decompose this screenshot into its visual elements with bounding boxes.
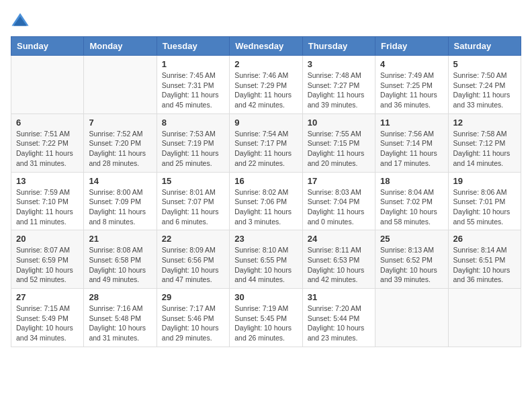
day-info: Sunrise: 8:00 AM Sunset: 7:09 PM Dayligh… (89, 187, 151, 227)
header-cell-monday: Monday (84, 37, 157, 56)
day-cell: 14Sunrise: 8:00 AM Sunset: 7:09 PM Dayli… (84, 172, 157, 230)
logo (11, 11, 32, 30)
day-cell: 28Sunrise: 7:16 AM Sunset: 5:48 PM Dayli… (84, 289, 157, 347)
day-info: Sunrise: 7:54 AM Sunset: 7:17 PM Dayligh… (234, 129, 297, 169)
day-number: 2 (234, 59, 297, 69)
day-cell: 17Sunrise: 8:03 AM Sunset: 7:04 PM Dayli… (302, 172, 375, 230)
day-number: 30 (234, 292, 297, 302)
day-number: 17 (308, 176, 370, 186)
day-info: Sunrise: 8:13 AM Sunset: 6:52 PM Dayligh… (380, 245, 443, 285)
day-info: Sunrise: 7:45 AM Sunset: 7:31 PM Dayligh… (162, 71, 224, 110)
day-cell: 12Sunrise: 7:58 AM Sunset: 7:12 PM Dayli… (448, 113, 521, 172)
day-cell: 27Sunrise: 7:15 AM Sunset: 5:49 PM Dayli… (11, 289, 84, 347)
day-cell: 26Sunrise: 8:14 AM Sunset: 6:51 PM Dayli… (448, 230, 521, 289)
day-info: Sunrise: 8:03 AM Sunset: 7:04 PM Dayligh… (308, 187, 370, 227)
day-info: Sunrise: 7:49 AM Sunset: 7:25 PM Dayligh… (380, 71, 443, 110)
day-info: Sunrise: 7:50 AM Sunset: 7:24 PM Dayligh… (453, 71, 516, 110)
day-cell: 22Sunrise: 8:09 AM Sunset: 6:56 PM Dayli… (157, 230, 229, 289)
day-number: 14 (89, 176, 151, 186)
day-cell: 24Sunrise: 8:11 AM Sunset: 6:53 PM Dayli… (302, 230, 375, 289)
day-number: 19 (453, 176, 516, 186)
header-cell-friday: Friday (375, 37, 448, 56)
week-row-4: 20Sunrise: 8:07 AM Sunset: 6:59 PM Dayli… (11, 230, 521, 289)
week-row-5: 27Sunrise: 7:15 AM Sunset: 5:49 PM Dayli… (11, 289, 521, 347)
day-cell: 11Sunrise: 7:56 AM Sunset: 7:14 PM Dayli… (375, 113, 448, 172)
day-info: Sunrise: 7:19 AM Sunset: 5:45 PM Dayligh… (234, 304, 297, 343)
day-cell (11, 56, 84, 114)
day-cell: 23Sunrise: 8:10 AM Sunset: 6:55 PM Dayli… (230, 230, 302, 289)
day-number: 15 (162, 176, 224, 186)
day-number: 4 (380, 59, 443, 69)
day-cell: 9Sunrise: 7:54 AM Sunset: 7:17 PM Daylig… (230, 113, 302, 172)
day-info: Sunrise: 7:17 AM Sunset: 5:46 PM Dayligh… (162, 304, 224, 343)
day-number: 24 (308, 234, 370, 244)
day-info: Sunrise: 7:51 AM Sunset: 7:22 PM Dayligh… (16, 129, 79, 169)
day-cell (448, 289, 521, 347)
week-row-2: 6Sunrise: 7:51 AM Sunset: 7:22 PM Daylig… (11, 113, 521, 172)
day-cell: 30Sunrise: 7:19 AM Sunset: 5:45 PM Dayli… (230, 289, 302, 347)
day-number: 5 (453, 59, 516, 69)
week-row-1: 1Sunrise: 7:45 AM Sunset: 7:31 PM Daylig… (11, 56, 521, 114)
day-cell: 25Sunrise: 8:13 AM Sunset: 6:52 PM Dayli… (375, 230, 448, 289)
day-cell (375, 289, 448, 347)
day-info: Sunrise: 8:07 AM Sunset: 6:59 PM Dayligh… (16, 245, 79, 285)
day-cell: 20Sunrise: 8:07 AM Sunset: 6:59 PM Dayli… (11, 230, 84, 289)
day-number: 3 (308, 59, 370, 69)
header-cell-wednesday: Wednesday (230, 37, 302, 56)
page-header (11, 11, 521, 30)
day-cell: 21Sunrise: 8:08 AM Sunset: 6:58 PM Dayli… (84, 230, 157, 289)
header-cell-tuesday: Tuesday (157, 37, 229, 56)
day-info: Sunrise: 8:01 AM Sunset: 7:07 PM Dayligh… (162, 187, 224, 227)
calendar-table: SundayMondayTuesdayWednesdayThursdayFrid… (11, 36, 521, 347)
day-cell: 29Sunrise: 7:17 AM Sunset: 5:46 PM Dayli… (157, 289, 229, 347)
day-number: 22 (162, 234, 224, 244)
day-cell: 10Sunrise: 7:55 AM Sunset: 7:15 PM Dayli… (302, 113, 375, 172)
day-number: 10 (308, 118, 370, 128)
day-info: Sunrise: 8:09 AM Sunset: 6:56 PM Dayligh… (162, 245, 224, 285)
day-info: Sunrise: 8:06 AM Sunset: 7:01 PM Dayligh… (453, 187, 516, 227)
day-info: Sunrise: 8:02 AM Sunset: 7:06 PM Dayligh… (234, 187, 297, 227)
day-info: Sunrise: 7:58 AM Sunset: 7:12 PM Dayligh… (453, 129, 516, 169)
day-number: 21 (89, 234, 151, 244)
day-info: Sunrise: 8:04 AM Sunset: 7:02 PM Dayligh… (380, 187, 443, 227)
day-info: Sunrise: 7:15 AM Sunset: 5:49 PM Dayligh… (16, 304, 79, 343)
day-number: 31 (308, 292, 370, 302)
day-info: Sunrise: 8:14 AM Sunset: 6:51 PM Dayligh… (453, 245, 516, 285)
day-number: 23 (234, 234, 297, 244)
day-info: Sunrise: 7:55 AM Sunset: 7:15 PM Dayligh… (308, 129, 370, 169)
day-info: Sunrise: 7:46 AM Sunset: 7:29 PM Dayligh… (234, 71, 297, 110)
day-cell: 19Sunrise: 8:06 AM Sunset: 7:01 PM Dayli… (448, 172, 521, 230)
logo-icon (11, 11, 30, 30)
day-number: 12 (453, 118, 516, 128)
header-row: SundayMondayTuesdayWednesdayThursdayFrid… (11, 37, 521, 56)
day-cell: 7Sunrise: 7:52 AM Sunset: 7:20 PM Daylig… (84, 113, 157, 172)
day-number: 8 (162, 118, 224, 128)
day-info: Sunrise: 8:11 AM Sunset: 6:53 PM Dayligh… (308, 245, 370, 285)
day-number: 1 (162, 59, 224, 69)
day-number: 26 (453, 234, 516, 244)
header-cell-sunday: Sunday (11, 37, 84, 56)
calendar-header: SundayMondayTuesdayWednesdayThursdayFrid… (11, 37, 521, 56)
week-row-3: 13Sunrise: 7:59 AM Sunset: 7:10 PM Dayli… (11, 172, 521, 230)
day-cell: 3Sunrise: 7:48 AM Sunset: 7:27 PM Daylig… (302, 56, 375, 114)
day-cell: 13Sunrise: 7:59 AM Sunset: 7:10 PM Dayli… (11, 172, 84, 230)
day-cell: 4Sunrise: 7:49 AM Sunset: 7:25 PM Daylig… (375, 56, 448, 114)
day-number: 11 (380, 118, 443, 128)
day-info: Sunrise: 7:20 AM Sunset: 5:44 PM Dayligh… (308, 304, 370, 343)
day-cell: 8Sunrise: 7:53 AM Sunset: 7:19 PM Daylig… (157, 113, 229, 172)
day-info: Sunrise: 8:08 AM Sunset: 6:58 PM Dayligh… (89, 245, 151, 285)
day-cell: 16Sunrise: 8:02 AM Sunset: 7:06 PM Dayli… (230, 172, 302, 230)
day-info: Sunrise: 7:48 AM Sunset: 7:27 PM Dayligh… (308, 71, 370, 110)
day-number: 28 (89, 292, 151, 302)
day-info: Sunrise: 7:52 AM Sunset: 7:20 PM Dayligh… (89, 129, 151, 169)
day-cell: 15Sunrise: 8:01 AM Sunset: 7:07 PM Dayli… (157, 172, 229, 230)
header-cell-thursday: Thursday (302, 37, 375, 56)
day-info: Sunrise: 8:10 AM Sunset: 6:55 PM Dayligh… (234, 245, 297, 285)
day-number: 25 (380, 234, 443, 244)
day-number: 20 (16, 234, 79, 244)
calendar-body: 1Sunrise: 7:45 AM Sunset: 7:31 PM Daylig… (11, 56, 521, 347)
day-cell: 18Sunrise: 8:04 AM Sunset: 7:02 PM Dayli… (375, 172, 448, 230)
day-info: Sunrise: 7:16 AM Sunset: 5:48 PM Dayligh… (89, 304, 151, 343)
day-number: 29 (162, 292, 224, 302)
day-number: 16 (234, 176, 297, 186)
